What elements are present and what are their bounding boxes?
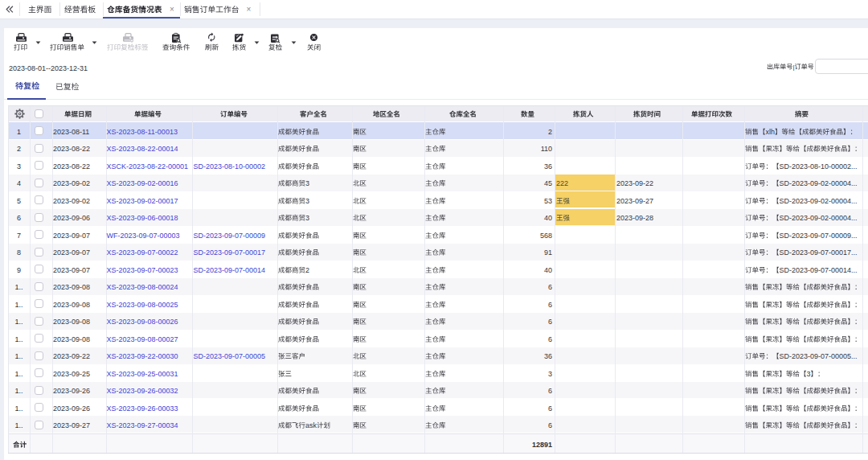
svg-text:SD-2023-09-02-00004...: SD-2023-09-02-00004... <box>779 197 857 205</box>
svg-text:SD-2023-09-07-00009...: SD-2023-09-07-00009... <box>779 232 857 240</box>
svg-text:SD-2023-09-02-00004...: SD-2023-09-02-00004... <box>779 214 857 222</box>
svg-text:SD-2023-08-10-00002...: SD-2023-08-10-00002... <box>779 162 857 170</box>
svg-text:ask: ask <box>305 421 317 429</box>
svg-text:3: 3 <box>305 197 309 205</box>
svg-text:SD-2023-09-07-00005...: SD-2023-09-07-00005... <box>779 352 857 360</box>
svg-text:SD-2023-09-02-00004...: SD-2023-09-02-00004... <box>779 179 857 187</box>
svg-text:3: 3 <box>806 369 810 377</box>
svg-text:3: 3 <box>305 214 309 222</box>
svg-text:SD-2023-09-07-00017...: SD-2023-09-07-00017... <box>779 248 857 257</box>
svg-text:2: 2 <box>305 266 309 274</box>
svg-text:|: | <box>793 64 795 71</box>
svg-text:xlh: xlh <box>766 128 776 136</box>
svg-text:3: 3 <box>305 179 309 187</box>
svg-text:SD-2023-09-07-00014...: SD-2023-09-07-00014... <box>779 266 857 274</box>
